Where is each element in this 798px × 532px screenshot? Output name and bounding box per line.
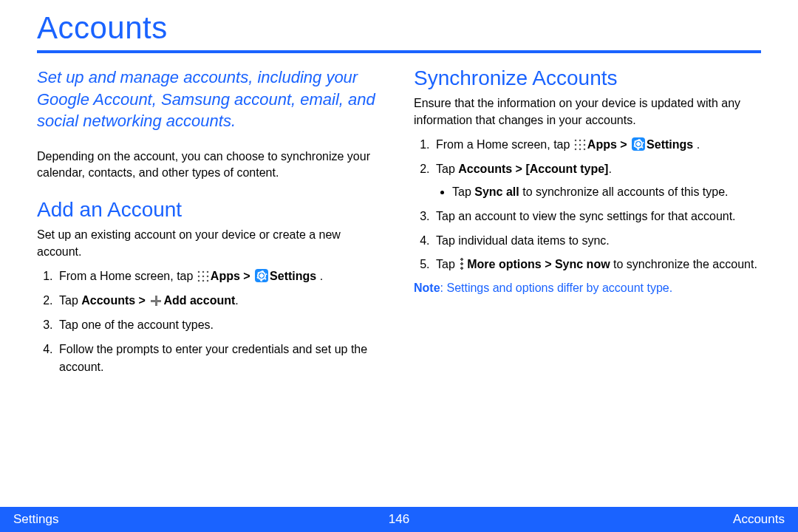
step-2: Tap Accounts > Add account. [56, 292, 384, 310]
intro-paragraph: Depending on the account, you can choose… [37, 149, 384, 182]
step-text: From a Home screen, tap [59, 270, 197, 282]
apps-label: Apps > [211, 270, 253, 282]
step-text-tail: . [316, 270, 323, 282]
add-account-steps: From a Home screen, tap Apps > Settings … [37, 267, 384, 377]
step-2: Tap Accounts > [Account type]. Tap Sync … [433, 160, 761, 202]
step-text: Tap [436, 163, 458, 175]
settings-icon [255, 269, 268, 282]
note-label: Note [414, 282, 440, 294]
step-text-tail: to synchronize the account. [610, 258, 757, 270]
more-options-label: More options > Sync now [467, 258, 610, 270]
plus-icon [150, 295, 162, 307]
accounts-label: Accounts > [81, 294, 149, 307]
intro-text: Set up and manage accounts, including yo… [37, 66, 384, 132]
footer-section: Settings [13, 512, 58, 527]
page-content: Accounts Set up and manage accounts, inc… [0, 0, 798, 383]
step-text-tail: . [235, 294, 238, 307]
step-3: Tap an account to view the sync settings… [433, 208, 761, 226]
more-options-icon [459, 258, 465, 270]
settings-label: Settings [647, 138, 693, 151]
add-account-body: Set up an existing account on your devic… [37, 226, 384, 260]
sync-note: Note: Settings and options differ by acc… [414, 280, 761, 296]
bullet-text-tail: to synchronize all accounts of this type… [519, 185, 729, 198]
apps-icon [197, 270, 209, 282]
step-text: Tap [436, 258, 458, 270]
title-rule [37, 50, 761, 53]
settings-label: Settings [270, 270, 316, 282]
footer-topic: Accounts [733, 512, 785, 527]
step-4: Follow the prompts to enter your credent… [56, 341, 384, 378]
step-text-tail: . [608, 163, 611, 175]
sync-all-label: Sync all [474, 185, 519, 198]
two-column-layout: Set up and manage accounts, including yo… [37, 66, 761, 383]
step-text-tail: . [693, 138, 700, 151]
sync-all-bullet: Tap Sync all to synchronize all accounts… [452, 183, 761, 202]
sync-accounts-body: Ensure that the information on your devi… [414, 95, 761, 129]
footer-page-number: 146 [389, 512, 409, 527]
apps-icon [574, 139, 586, 151]
step-text: From a Home screen, tap [436, 138, 573, 151]
bullet-text: Tap [452, 185, 474, 198]
right-column: Synchronize Accounts Ensure that the inf… [414, 66, 761, 383]
step-4: Tap individual data items to sync. [433, 232, 761, 250]
sync-substeps: Tap Sync all to synchronize all accounts… [436, 183, 761, 202]
add-account-heading: Add an Account [37, 198, 384, 222]
manual-page: Accounts Set up and manage accounts, inc… [0, 0, 798, 532]
sync-accounts-heading: Synchronize Accounts [414, 66, 761, 90]
sync-accounts-steps: From a Home screen, tap Apps > Settings … [414, 136, 761, 274]
step-text: Tap [59, 294, 81, 307]
step-3: Tap one of the account types. [56, 316, 384, 335]
settings-icon [632, 137, 645, 151]
page-title: Accounts [37, 10, 761, 46]
apps-label: Apps > [587, 138, 630, 151]
add-account-label: Add account [163, 294, 235, 307]
step-1: From a Home screen, tap Apps > Settings … [433, 136, 761, 154]
step-5: Tap More options > Sync now to synchroni… [433, 256, 761, 274]
page-footer: Settings 146 Accounts [0, 507, 798, 532]
accounts-type-label: Accounts > [Account type] [458, 163, 608, 175]
note-body: : Settings and options differ by account… [440, 282, 673, 294]
left-column: Set up and manage accounts, including yo… [37, 66, 384, 383]
step-1: From a Home screen, tap Apps > Settings … [56, 267, 384, 286]
